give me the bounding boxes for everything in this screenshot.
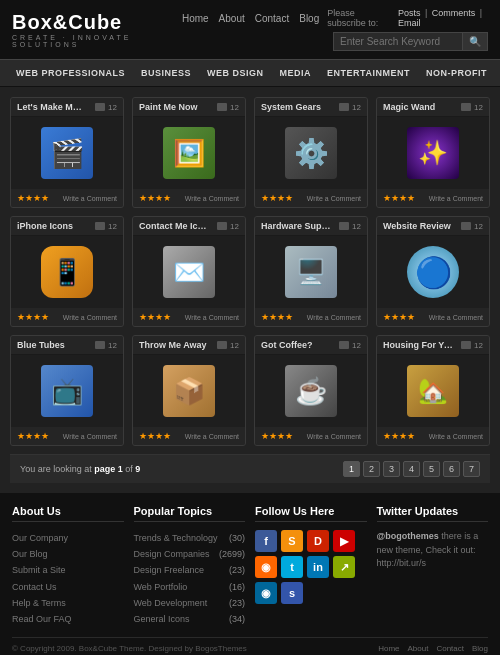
subscribe-comments[interactable]: Comments [432,8,476,18]
card-image-8 [11,355,123,427]
card-count-2: 12 [339,103,361,112]
twitter-update: @bogothemes there is a new theme, Check … [377,530,489,571]
write-comment-1[interactable]: Write a Comment [185,195,239,202]
nav-institutions[interactable]: INSTITUTIONS [495,60,500,86]
write-comment-5[interactable]: Write a Comment [185,314,239,321]
card-4[interactable]: iPhone Icons 12 ★★★★ Write a Comment [10,216,124,327]
page-4[interactable]: 4 [403,461,420,477]
nav-contact[interactable]: Contact [255,13,289,24]
stars-8: ★★★★ [17,431,49,441]
popular-item-1[interactable]: Design Companies (2699) [134,546,246,562]
page-1[interactable]: 1 [343,461,360,477]
logo[interactable]: Box&Cube [12,11,182,34]
nav-web-design[interactable]: WEB DSIGN [199,60,272,86]
card-header-8: Blue Tubes 12 [11,336,123,355]
card-10[interactable]: Got Coffee? 12 ★★★★ Write a Comment [254,335,368,446]
popular-item-5[interactable]: General Icons (34) [134,611,246,627]
write-comment-6[interactable]: Write a Comment [307,314,361,321]
social-extra-icon[interactable]: s [281,582,303,604]
card-9[interactable]: Throw Me Away 12 ★★★★ Write a Comment [132,335,246,446]
rss-icon[interactable]: ◉ [255,556,277,578]
footer-bottom: © Copyright 2009. Box&Cube Theme. Design… [12,637,488,653]
footer-link-blog[interactable]: Blog [472,644,488,653]
nav-media[interactable]: MEDIA [272,60,320,86]
write-comment-9[interactable]: Write a Comment [185,433,239,440]
page-label: page [94,464,115,474]
search-input[interactable] [333,32,463,51]
subscribe-links: Posts | Comments | Email [396,8,488,28]
page-2[interactable]: 2 [363,461,380,477]
stars-11: ★★★★ [383,431,415,441]
twitter-icon[interactable]: t [281,556,303,578]
stars-7: ★★★★ [383,312,415,322]
footer-help-terms[interactable]: Help & Terms [12,595,124,611]
footer-link-home[interactable]: Home [378,644,399,653]
page-6[interactable]: 6 [443,461,460,477]
card-grid: Let's Make Movies 12 ★★★★ Write a Commen… [10,97,490,446]
card-3[interactable]: Magic Wand 12 ★★★★ Write a Comment [376,97,490,208]
write-comment-4[interactable]: Write a Comment [63,314,117,321]
footer-link-contact[interactable]: Contact [436,644,464,653]
card-count-0: 12 [95,103,117,112]
card-2[interactable]: System Gears 12 ★★★★ Write a Comment [254,97,368,208]
contact-icon [163,246,215,298]
footer-our-blog[interactable]: Our Blog [12,546,124,562]
write-comment-7[interactable]: Write a Comment [429,314,483,321]
footer-link-about[interactable]: About [408,644,429,653]
stumbleupon-icon[interactable]: S [281,530,303,552]
popular-item-3[interactable]: Web Portfolio (16) [134,579,246,595]
search-button[interactable]: 🔍 [463,32,488,51]
footer-submit-site[interactable]: Submit a Site [12,562,124,578]
popular-item-4[interactable]: Web Development (23) [134,595,246,611]
twitter-handle[interactable]: @bogothemes [377,531,439,541]
card-title-10: Got Coffee? [261,340,313,350]
card-title-3: Magic Wand [383,102,435,112]
card-title-4: iPhone Icons [17,221,73,231]
write-comment-3[interactable]: Write a Comment [429,195,483,202]
nav-about[interactable]: About [219,13,245,24]
write-comment-8[interactable]: Write a Comment [63,433,117,440]
nav-nonprofit[interactable]: NON-PROFIT [418,60,495,86]
card-title-2: System Gears [261,102,321,112]
write-comment-10[interactable]: Write a Comment [307,433,361,440]
card-7[interactable]: Website Review 12 ★★★★ Write a Comment [376,216,490,327]
card-6[interactable]: Hardware Support 12 ★★★★ Write a Comment [254,216,368,327]
page-7[interactable]: 7 [463,461,480,477]
pagination-nums: 1 2 3 4 5 6 7 [343,461,480,477]
nav-blog[interactable]: Blog [299,13,319,24]
comment-icon-2 [339,103,349,111]
card-11[interactable]: Housing For Your 12 ★★★★ Write a Comment [376,335,490,446]
digg-icon[interactable]: D [307,530,329,552]
card-8[interactable]: Blue Tubes 12 ★★★★ Write a Comment [10,335,124,446]
page-5[interactable]: 5 [423,461,440,477]
gear-icon [285,127,337,179]
facebook-icon[interactable]: f [255,530,277,552]
card-1[interactable]: Paint Me Now 12 ★★★★ Write a Comment [132,97,246,208]
nav-home[interactable]: Home [182,13,209,24]
comment-icon-5 [217,222,227,230]
subscribe-email[interactable]: Email [398,18,421,28]
nav-entertainment[interactable]: ENTERTAINMENT [319,60,418,86]
popular-count-2: (23) [229,562,245,578]
popular-item-2[interactable]: Design Freelance (23) [134,562,246,578]
page-3[interactable]: 3 [383,461,400,477]
write-comment-11[interactable]: Write a Comment [429,433,483,440]
write-comment-2[interactable]: Write a Comment [307,195,361,202]
footer-read-faq[interactable]: Read Our FAQ [12,611,124,627]
write-comment-0[interactable]: Write a Comment [63,195,117,202]
share-icon[interactable]: ↗ [333,556,355,578]
subscribe-posts[interactable]: Posts [398,8,421,18]
card-footer-0: ★★★★ Write a Comment [11,189,123,207]
nav-business[interactable]: BUSINESS [133,60,199,86]
popular-item-0[interactable]: Trends & Technology (30) [134,530,246,546]
footer-our-company[interactable]: Our Company [12,530,124,546]
card-0[interactable]: Let's Make Movies 12 ★★★★ Write a Commen… [10,97,124,208]
rss2-icon[interactable]: ◉ [255,582,277,604]
linkedin-icon[interactable]: in [307,556,329,578]
nav-web-professionals[interactable]: WEB PROFESSIONALS [8,60,133,86]
card-5[interactable]: Contact Me Icons 12 ★★★★ Write a Comment [132,216,246,327]
footer-contact-us[interactable]: Contact Us [12,579,124,595]
card-footer-4: ★★★★ Write a Comment [11,308,123,326]
youtube-icon[interactable]: ▶ [333,530,355,552]
footer-twitter: Twitter Updates @bogothemes there is a n… [377,505,489,627]
